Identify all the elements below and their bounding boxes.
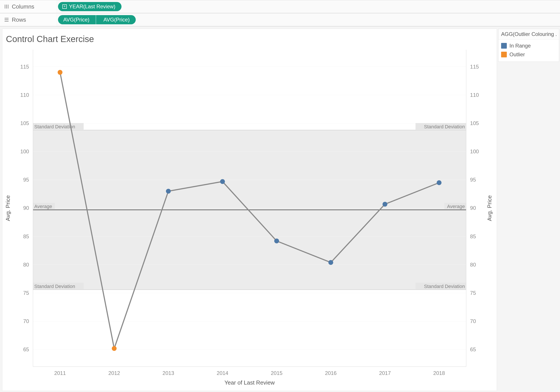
data-point[interactable] [220,179,225,184]
columns-shelf-label: Columns [0,0,56,13]
y-tick-right: 110 [470,92,479,98]
legend-item[interactable]: Outlier [501,50,556,59]
y-tick-left: 110 [20,92,29,98]
data-point[interactable] [166,189,171,194]
rows-icon [4,17,9,22]
row-pill-seg-b[interactable]: AVG(Price) [98,15,136,24]
row-pill-avg-price[interactable]: AVG(Price) AVG(Price) [58,15,136,24]
chart-title: Control Chart Exercise [2,29,497,45]
data-point[interactable] [437,180,441,185]
legend-title[interactable]: AGG(Outlier Colouring . [499,29,559,40]
average-label-right: Average [447,204,465,209]
x-tick: 2015 [271,370,282,376]
y-tick-right: 100 [470,149,479,154]
y-tick-right: 85 [470,233,476,239]
y-tick-right: 115 [470,63,479,70]
sd-lower-label-left: Standard Deviation [34,283,75,289]
columns-label-text: Columns [12,3,34,10]
legend-card: AGG(Outlier Colouring . In RangeOutlier [498,29,559,62]
data-point[interactable] [58,70,62,75]
rows-label-text: Rows [12,16,26,23]
y-tick-left: 75 [23,290,29,296]
y-tick-right: 70 [470,318,476,324]
legend-item[interactable]: In Range [501,41,556,50]
y-tick-left: 90 [23,205,29,211]
y-tick-left: 100 [20,149,29,154]
y-tick-left: 115 [20,63,29,70]
data-point[interactable] [382,202,387,207]
legend-item-label: In Range [510,43,531,49]
y-tick-left: 105 [20,120,29,126]
sd-lower-label-right: Standard Deviation [424,283,465,289]
y-tick-left: 95 [23,177,29,183]
legend-swatch [501,43,507,49]
chart-panel: Control Chart Exercise 65657070757580808… [2,29,497,391]
column-pill-text: YEAR(Last Review) [69,3,115,10]
shelves: Columns + YEAR(Last Review) Rows AVG(Pri… [0,0,560,27]
data-point[interactable] [112,346,117,351]
y-tick-left: 65 [23,346,29,352]
average-label-left: Average [34,204,52,209]
y-tick-left: 80 [23,262,29,268]
columns-fields[interactable]: + YEAR(Last Review) [56,0,560,13]
legend-item-label: Outlier [510,51,525,58]
data-point[interactable] [274,239,279,243]
main-area: Control Chart Exercise 65657070757580808… [0,27,560,392]
rows-shelf-label: Rows [0,13,56,26]
x-tick: 2012 [108,370,120,376]
x-tick: 2013 [162,370,174,376]
y-tick-right: 65 [470,346,476,352]
legend-items: In RangeOutlier [499,40,559,61]
y-tick-right: 90 [470,205,476,211]
x-tick: 2011 [54,370,66,376]
x-tick: 2018 [433,370,445,376]
column-pill-year[interactable]: + YEAR(Last Review) [58,2,121,11]
data-point[interactable] [328,260,333,265]
x-tick: 2017 [379,370,391,376]
sd-upper-label-left: Standard Deviation [34,124,75,130]
y-tick-right: 80 [470,262,476,268]
x-tick: 2016 [325,370,337,376]
x-axis-label: Year of Last Review [224,379,275,386]
columns-shelf[interactable]: Columns + YEAR(Last Review) [0,0,560,13]
y-tick-right: 105 [470,120,479,126]
y-tick-left: 85 [23,233,29,239]
x-tick: 2014 [217,370,228,376]
y-tick-right: 95 [470,177,476,183]
y-axis-label-right: Avg. Price [486,195,493,221]
legend-swatch [501,52,507,57]
legend-panel: AGG(Outlier Colouring . In RangeOutlier [498,29,559,391]
y-axis-label-left: Avg. Price [5,195,11,221]
expand-icon[interactable]: + [62,4,67,9]
y-tick-left: 70 [23,318,29,324]
y-tick-right: 75 [470,290,476,296]
row-pill-seg-a[interactable]: AVG(Price) [58,15,96,24]
rows-shelf[interactable]: Rows AVG(Price) AVG(Price) [0,13,560,26]
sd-upper-label-right: Standard Deviation [424,124,465,130]
columns-icon [4,4,9,9]
rows-fields[interactable]: AVG(Price) AVG(Price) [56,13,560,26]
chart-canvas[interactable]: 6565707075758080858590909595100100105105… [2,45,497,391]
